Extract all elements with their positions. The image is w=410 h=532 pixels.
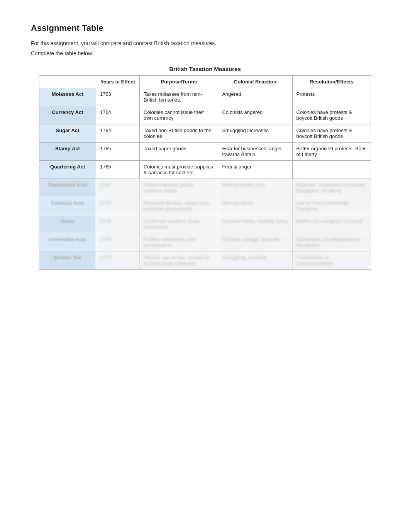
table-row: Molasses Act1763Taxes molasses from non-…: [39, 88, 371, 106]
col-header-purpose: Purpose/Terms: [139, 76, 218, 88]
table-section: British Taxation Measures Years in Effec…: [39, 66, 371, 270]
cell-years: 1774: [96, 197, 139, 215]
cell-resolution: Protests: [292, 88, 371, 106]
cell-reaction: Colonists angered: [218, 106, 292, 124]
col-header-resolution: Resolution/Effects: [292, 76, 371, 88]
cell-act: Townshend Acts: [39, 179, 96, 197]
table-row: Currency Act1764Colonies cannot issue th…: [39, 106, 371, 124]
description-text: For this assignment, you will compare an…: [31, 40, 379, 46]
cell-resolution: Better organized protests, Sons of Liber…: [292, 143, 371, 161]
cell-resolution: Committees of Correspondence: [292, 252, 371, 270]
cell-purpose: Colonies must provide supplies & barrack…: [139, 161, 218, 179]
cell-act: Taxes: [39, 215, 96, 233]
cell-years: 1764: [96, 124, 139, 143]
cell-act: Molasses Act: [39, 88, 96, 106]
cell-years: 1767: [96, 179, 139, 197]
table-row: Taxes1775Continued taxation, trade restr…: [39, 215, 371, 233]
cell-act: Intolerable Acts: [39, 233, 96, 252]
table-row: Quartering Act1765Colonies must provide …: [39, 161, 371, 179]
col-header-act: [39, 76, 96, 88]
cell-reaction: More protests: [218, 197, 292, 215]
cell-reaction: Colonial militia, hostility rising: [218, 215, 292, 233]
cell-resolution: Colonies have protests & boycott British…: [292, 124, 371, 143]
cell-years: 1764: [96, 106, 139, 124]
cell-act: Boston Tea: [39, 252, 96, 270]
cell-reaction: Fear & anger: [218, 161, 292, 179]
cell-years: 1775: [96, 215, 139, 233]
table-row: Townshend Acts1767Taxed imported goods, …: [39, 179, 371, 197]
british-taxation-table: Years in Effect Purpose/Terms Colonial R…: [39, 75, 371, 270]
cell-reaction: Smuggling, protests: [218, 252, 292, 270]
cell-resolution: Declaration of independence, Revolution: [292, 233, 371, 252]
col-header-reaction: Colonial Reaction: [218, 76, 292, 88]
cell-reaction: Smuggling increases: [218, 124, 292, 143]
table-row: Stamp Act1765Taxed paper goodsFear for b…: [39, 143, 371, 161]
cell-purpose: Punished Boston, closed port, restricted…: [139, 197, 218, 215]
cell-act: Sugar Act: [39, 124, 96, 143]
cell-act: Stamp Act: [39, 143, 96, 161]
cell-purpose: Tea Act, tax on tea, monopoly for East I…: [139, 252, 218, 270]
cell-purpose: Further restrictions and punishments: [139, 233, 218, 252]
cell-purpose: Taxed non-British goods to the colonies: [139, 124, 218, 143]
cell-resolution: Battles of Lexington, Concord: [292, 215, 371, 233]
cell-act: Quartering Act: [39, 161, 96, 179]
cell-purpose: Continued taxation, trade restrictions: [139, 215, 218, 233]
cell-reaction: Angered.: [218, 88, 292, 106]
cell-years: 1765: [96, 143, 139, 161]
cell-purpose: Taxed paper goods: [139, 143, 218, 161]
table-title: British Taxation Measures: [39, 66, 371, 72]
table-row: Boston Tea1773Tea Act, tax on tea, monop…: [39, 252, 371, 270]
cell-act: Currency Act: [39, 106, 96, 124]
cell-reaction: Colonial outrage, boycotts: [218, 233, 292, 252]
cell-resolution: Led to First Continental Congress: [292, 197, 371, 215]
page-title: Assignment Table: [31, 23, 379, 33]
cell-resolution: Boycotts, organized resistance, Daughter…: [292, 179, 371, 197]
instruction-text: Complete the table below.: [31, 50, 379, 56]
cell-act: Coercive Acts: [39, 197, 96, 215]
col-header-years: Years in Effect: [96, 76, 139, 88]
cell-years: 1765: [96, 161, 139, 179]
cell-purpose: Colonies cannot issue their own currency: [139, 106, 218, 124]
cell-purpose: Taxes molasses from non-British territor…: [139, 88, 218, 106]
table-row: Sugar Act1764Taxed non-British goods to …: [39, 124, 371, 143]
cell-years: 1773: [96, 252, 139, 270]
cell-purpose: Taxed imported goods, customs duties: [139, 179, 218, 197]
cell-reaction: Fear for businesses, anger towards Brita…: [218, 143, 292, 161]
cell-years: 1763: [96, 88, 139, 106]
cell-resolution: Colonies have protests & boycott British…: [292, 106, 371, 124]
table-row: Coercive Acts1774Punished Boston, closed…: [39, 197, 371, 215]
table-row: Intolerable Acts1774Further restrictions…: [39, 233, 371, 252]
cell-years: 1774: [96, 233, 139, 252]
cell-reaction: More protests, acts: [218, 179, 292, 197]
cell-resolution: [292, 161, 371, 179]
